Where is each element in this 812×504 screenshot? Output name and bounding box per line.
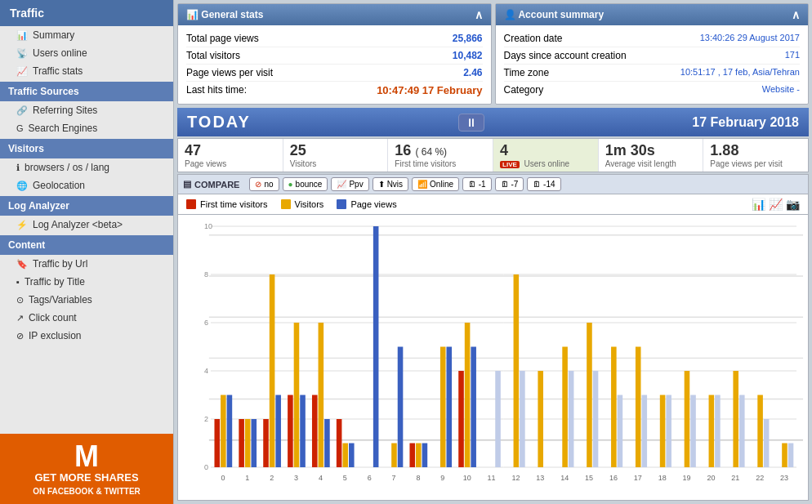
compare-online-btn[interactable]: 📶 Online xyxy=(412,177,459,191)
legend-items: First time visitors Visitors Page views xyxy=(186,199,397,209)
stat-small-firsttime: First time visitors xyxy=(395,159,486,168)
sidebar-item-log-analyzer[interactable]: ⚡ Log Analyzer <beta> xyxy=(0,216,173,234)
legend-bar: First time visitors Visitors Page views … xyxy=(177,194,809,215)
no-icon: ⊘ xyxy=(255,180,261,189)
compare-bounce-btn[interactable]: ● bounce xyxy=(283,177,328,191)
online-icon: 📶 xyxy=(417,180,427,189)
sidebar-item-traffic-stats[interactable]: 📈 Traffic stats xyxy=(0,62,173,80)
stat-row-pageviews: Total page views 25,866 xyxy=(186,30,483,47)
camera-icon[interactable]: 📷 xyxy=(786,198,800,211)
stat-label-ppv: Page views per visit xyxy=(186,67,273,78)
sidebar-item-browsers[interactable]: ℹ browsers / os / lang xyxy=(0,158,173,176)
sidebar-item-traffic-url[interactable]: 🔖 Traffic by Url xyxy=(0,255,173,273)
general-stats-collapse[interactable]: ∧ xyxy=(475,8,483,21)
stat-small-users-online: LIVE Users online xyxy=(500,159,591,168)
ad-main: GET MORE SHARES xyxy=(8,471,165,484)
pause-button[interactable]: ⏸ xyxy=(458,114,484,132)
stat-cell-firsttime: 16 ( 64 %) First time visitors xyxy=(388,139,493,172)
stat-label-lasthit: Last hits time: xyxy=(186,84,247,96)
search-engines-icon: G xyxy=(16,123,24,133)
live-icon: 📡 xyxy=(16,48,28,59)
stat-cell-visitors: 25 Visitors xyxy=(283,139,389,172)
account-summary-header: 👤 Account summary ∧ xyxy=(496,4,809,25)
sidebar: Traffic 📊 Summary 📡 Users online 📈 Traff… xyxy=(0,0,174,504)
sidebar-item-referring-sites[interactable]: 🔗 Referring Sites xyxy=(0,101,173,119)
legend-pageviews: Page views xyxy=(337,199,396,209)
general-stats-body: Total page views 25,866 Total visitors 1… xyxy=(178,25,491,104)
sidebar-title: Traffic xyxy=(0,0,173,26)
bar-chart-icon[interactable]: 📊 xyxy=(752,198,765,211)
tags-icon: ⊙ xyxy=(16,295,24,306)
compare-bar: ▤ COMPARE ⊘ no ● bounce 📈 Ppv ⬆ Nvis 📶 O… xyxy=(177,174,809,194)
live-badge: LIVE xyxy=(500,161,520,168)
legend-chart-icons: 📊 📈 📷 xyxy=(752,198,800,211)
stat-cell-pageviews: 47 Page views xyxy=(178,139,283,172)
acct-label-category: Category xyxy=(504,84,544,96)
stat-value-pageviews: 25,866 xyxy=(453,33,483,44)
sidebar-item-ip-exclusion[interactable]: ⊘ IP exclusion xyxy=(0,327,173,345)
stat-big-ppv: 1.88 xyxy=(710,142,801,159)
acct-label-timezone: Time zone xyxy=(504,67,550,78)
acct-row-category: Category Website - xyxy=(504,82,801,98)
account-summary-title: 👤 Account summary xyxy=(504,9,605,20)
legend-label-firsttime: First time visitors xyxy=(200,199,268,209)
log-icon: ⚡ xyxy=(16,220,28,230)
general-stats-title: 📊 General stats xyxy=(186,9,263,20)
referring-icon: 🔗 xyxy=(16,105,28,116)
acct-label-creation: Creation date xyxy=(504,33,563,44)
account-summary-body: Creation date 13:40:26 29 August 2017 Da… xyxy=(496,25,809,103)
browser-icon: ℹ xyxy=(16,163,20,173)
traffic-sources-header: Traffic Sources xyxy=(0,82,173,101)
sidebar-item-tags[interactable]: ⊙ Tags/Variables xyxy=(0,291,173,309)
ad-logo: M xyxy=(8,442,165,471)
line-chart-icon[interactable]: 📈 xyxy=(769,198,783,211)
sidebar-item-click-count[interactable]: ↗ Click count xyxy=(0,309,173,327)
ppv-icon: 📈 xyxy=(337,180,346,189)
account-summary-collapse[interactable]: ∧ xyxy=(792,8,800,21)
acct-value-category: Website - xyxy=(762,84,800,96)
visitors-header: Visitors xyxy=(0,139,173,158)
acct-row-days: Days since account creation 171 xyxy=(504,47,801,65)
title-icon: ▪ xyxy=(16,277,20,287)
sidebar-item-search-engines[interactable]: G Search Engines xyxy=(0,119,173,137)
acct-label-days: Days since account creation xyxy=(504,50,627,61)
acct-row-creation: Creation date 13:40:26 29 August 2017 xyxy=(504,30,801,47)
stat-cell-ppv: 1.88 Page views per visit xyxy=(703,139,808,172)
sidebar-item-users-online[interactable]: 📡 Users online xyxy=(0,44,173,62)
stat-small-avgvisit: Average visit length xyxy=(605,159,697,168)
acct-value-days: 171 xyxy=(785,50,800,61)
today-bar: TODAY ⏸ 17 February 2018 xyxy=(177,108,809,136)
bounce-icon: ● xyxy=(288,180,293,189)
log-analyzer-header: Log Analyzer xyxy=(0,196,173,216)
stat-value-visitors: 10,482 xyxy=(453,50,483,61)
stats-icon: 📈 xyxy=(16,66,28,77)
sidebar-ad[interactable]: M GET MORE SHARES ON FACEBOOK & TWITTER xyxy=(0,434,173,504)
legend-label-visitors: Visitors xyxy=(295,199,324,209)
top-panels-row: 📊 General stats ∧ Total page views 25,86… xyxy=(174,0,812,108)
chart-area: 10 8 6 4 2 0 xyxy=(177,215,809,501)
compare-minus7-btn[interactable]: 🗓 -7 xyxy=(495,177,524,191)
acct-value-creation: 13:40:26 29 August 2017 xyxy=(700,33,800,44)
sidebar-item-summary[interactable]: 📊 Summary xyxy=(0,26,173,44)
compare-icon: ▤ xyxy=(183,179,191,190)
compare-ppv-btn[interactable]: 📈 Ppv xyxy=(331,177,368,191)
stat-big-visitors: 25 xyxy=(290,142,381,159)
legend-first-time: First time visitors xyxy=(186,199,268,209)
nvis-icon: ⬆ xyxy=(378,180,385,189)
legend-dot-pageviews xyxy=(337,199,346,209)
sidebar-item-traffic-title[interactable]: ▪ Traffic by Title xyxy=(0,273,173,291)
compare-no-btn[interactable]: ⊘ no xyxy=(249,177,279,191)
stat-label-pageviews: Total page views xyxy=(186,33,259,44)
stat-big-users-online: 4 xyxy=(500,142,591,159)
compare-minus1-btn[interactable]: 🗓 -1 xyxy=(462,177,492,191)
today-date: 17 February 2018 xyxy=(692,115,799,130)
sidebar-item-geolocation[interactable]: 🌐 Geolocation xyxy=(0,176,173,194)
user-icon: 👤 xyxy=(504,9,516,20)
legend-dot-visitors xyxy=(281,199,291,209)
compare-nvis-btn[interactable]: ⬆ Nvis xyxy=(373,177,408,191)
stat-row-ppv: Page views per visit 2.46 xyxy=(186,65,483,82)
acct-row-timezone: Time zone 10:51:17 , 17 feb, Asia/Tehran xyxy=(504,65,801,82)
compare-minus14-btn[interactable]: 🗓 -14 xyxy=(527,177,560,191)
firsttime-pct: ( 64 %) xyxy=(415,146,447,158)
stat-row-lasthit: Last hits time: 10:47:49 17 February xyxy=(186,82,483,99)
